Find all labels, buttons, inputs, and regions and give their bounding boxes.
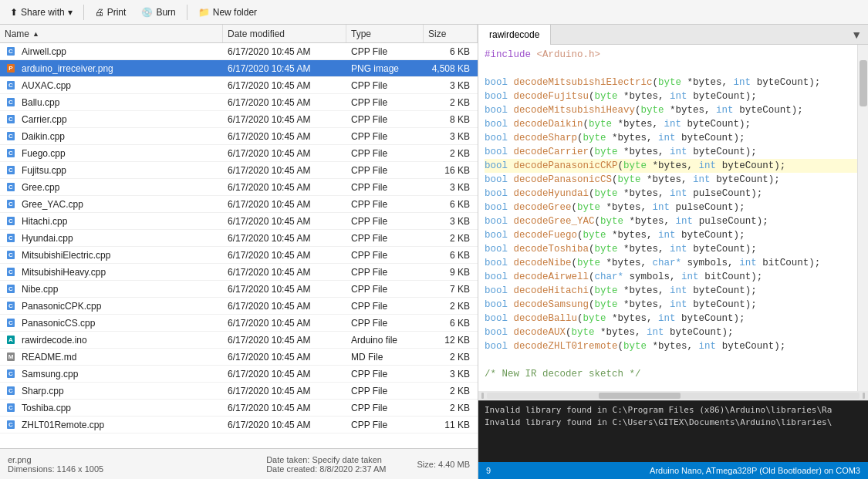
table-row[interactable]: P arduino_irreceiver.png 6/17/2020 10:45… (0, 60, 478, 77)
file-name: AUXAC.cpp (22, 80, 71, 91)
file-list-header: Name ▲ Date modified Type Size (0, 25, 478, 43)
file-type-icon: C (5, 419, 17, 431)
col-name[interactable]: Name ▲ (0, 25, 223, 42)
file-type: CPP File (346, 148, 424, 159)
col-size[interactable]: Size (424, 25, 478, 42)
table-row[interactable]: A rawirdecode.ino 6/17/2020 10:45 AM Ard… (0, 332, 478, 349)
table-row[interactable]: C Carrier.cpp 6/17/2020 10:45 AM CPP Fil… (0, 111, 478, 128)
file-type-icon: C (5, 46, 17, 58)
status-date-created: Date created: 8/8/2020 2:37 AM (266, 464, 386, 474)
file-date: 6/17/2020 10:45 AM (223, 352, 346, 363)
print-icon: 🖨 (95, 7, 104, 18)
print-label: Print (107, 7, 127, 18)
table-row[interactable]: C MitsubishiHeavy.cpp 6/17/2020 10:45 AM… (0, 264, 478, 281)
file-size: 2 KB (424, 233, 478, 244)
file-type-icon: C (5, 232, 17, 245)
new-folder-button[interactable]: 📁 New folder (191, 2, 264, 22)
table-row[interactable]: C Toshiba.cpp 6/17/2020 10:45 AM CPP Fil… (0, 400, 478, 417)
file-type: CPP File (346, 182, 424, 193)
file-type: CPP File (346, 165, 424, 176)
file-type-icon: C (5, 164, 17, 177)
table-row[interactable]: C ZHLT01Remote.cpp 6/17/2020 10:45 AM CP… (0, 417, 478, 433)
share-icon: ⬆ (10, 7, 18, 18)
table-row[interactable]: C Samsung.cpp 6/17/2020 10:45 AM CPP Fil… (0, 366, 478, 383)
file-name: Samsung.cpp (22, 369, 78, 379)
file-name: Nibe.cpp (22, 284, 58, 295)
file-date: 6/17/2020 10:45 AM (223, 199, 346, 210)
file-type: CPP File (346, 97, 424, 108)
file-name: arduino_irreceiver.png (22, 63, 113, 74)
print-button[interactable]: 🖨 Print (88, 2, 133, 22)
table-row[interactable]: C Hyundai.cpp 6/17/2020 10:45 AM CPP Fil… (0, 230, 478, 247)
table-row[interactable]: M README.md 6/17/2020 10:45 AM MD File 2… (0, 349, 478, 366)
file-date: 6/17/2020 10:45 AM (223, 97, 346, 108)
table-row[interactable]: C Gree.cpp 6/17/2020 10:45 AM CPP File 3… (0, 179, 478, 196)
col-date[interactable]: Date modified (223, 25, 346, 42)
code-tab-label: rawirdecode (489, 29, 539, 40)
table-row[interactable]: C Gree_YAC.cpp 6/17/2020 10:45 AM CPP Fi… (0, 196, 478, 213)
table-row[interactable]: C PanasonicCPK.cpp 6/17/2020 10:45 AM CP… (0, 298, 478, 315)
file-name: Carrier.cpp (22, 114, 67, 125)
file-type: PNG image (346, 63, 424, 74)
file-type: CPP File (346, 114, 424, 125)
file-size: 3 KB (424, 80, 478, 91)
code-area[interactable]: #include <Arduino.h> bool decodeMitsubis… (478, 45, 868, 391)
file-list: C Airwell.cpp 6/17/2020 10:45 AM CPP Fil… (0, 43, 478, 448)
file-date: 6/17/2020 10:45 AM (223, 318, 346, 329)
code-scrollbar-v[interactable] (857, 45, 868, 391)
share-with-button[interactable]: ⬆ Share with ▾ (3, 2, 79, 22)
code-scrollbar-h[interactable] (478, 391, 868, 400)
table-row[interactable]: C Hitachi.cpp 6/17/2020 10:45 AM CPP Fil… (0, 213, 478, 230)
file-type-icon: C (5, 181, 17, 194)
file-name: Hitachi.cpp (22, 216, 67, 227)
table-row[interactable]: C Nibe.cpp 6/17/2020 10:45 AM CPP File 7… (0, 281, 478, 298)
file-type: CPP File (346, 369, 424, 379)
file-name: Gree.cpp (22, 182, 59, 193)
file-type-icon: C (5, 147, 17, 160)
scroll-thumb-h[interactable] (599, 393, 681, 399)
file-name: Hyundai.cpp (22, 233, 73, 244)
col-type[interactable]: Type (346, 25, 424, 42)
file-name: PanasonicCPK.cpp (22, 301, 101, 312)
burn-label: Burn (156, 7, 175, 18)
file-date: 6/17/2020 10:45 AM (223, 63, 346, 74)
file-size: 2 KB (424, 352, 478, 363)
table-row[interactable]: C MitsubishiElectric.cpp 6/17/2020 10:45… (0, 247, 478, 264)
code-tab-dropdown[interactable]: ▼ (845, 29, 868, 41)
file-size: 6 KB (424, 318, 478, 329)
table-row[interactable]: C Sharp.cpp 6/17/2020 10:45 AM CPP File … (0, 383, 478, 400)
table-row[interactable]: C AUXAC.cpp 6/17/2020 10:45 AM CPP File … (0, 77, 478, 94)
table-row[interactable]: C PanasonicCS.cpp 6/17/2020 10:45 AM CPP… (0, 315, 478, 332)
file-type: CPP File (346, 403, 424, 413)
toolbar: ⬆ Share with ▾ 🖨 Print 💿 Burn 📁 New fold… (0, 0, 868, 25)
file-date: 6/17/2020 10:45 AM (223, 80, 346, 91)
scroll-thumb-v[interactable] (860, 60, 867, 106)
file-type: CPP File (346, 216, 424, 227)
file-type: CPP File (346, 318, 424, 329)
file-size: 12 KB (424, 335, 478, 346)
table-row[interactable]: C Airwell.cpp 6/17/2020 10:45 AM CPP Fil… (0, 43, 478, 60)
scroll-track-h[interactable] (487, 393, 860, 399)
file-size: 6 KB (424, 250, 478, 261)
table-row[interactable]: C Ballu.cpp 6/17/2020 10:45 AM CPP File … (0, 94, 478, 111)
burn-button[interactable]: 💿 Burn (134, 2, 182, 22)
file-date: 6/17/2020 10:45 AM (223, 182, 346, 193)
file-size: 4,508 KB (424, 63, 478, 74)
scroll-arrow-left (481, 393, 484, 399)
file-name: Fujitsu.cpp (22, 165, 66, 176)
table-row[interactable]: C Fujitsu.cpp 6/17/2020 10:45 AM CPP Fil… (0, 162, 478, 179)
file-size: 3 KB (424, 182, 478, 193)
file-type-icon: C (5, 79, 17, 92)
table-row[interactable]: C Fuego.cpp 6/17/2020 10:45 AM CPP File … (0, 145, 478, 162)
file-name: MitsubishiElectric.cpp (22, 250, 110, 261)
file-name: Toshiba.cpp (22, 403, 71, 413)
file-date: 6/17/2020 10:45 AM (223, 46, 346, 57)
file-type-icon: C (5, 130, 17, 143)
status-bar: er.png Dimensions: 1146 x 1005 Date take… (0, 448, 478, 479)
file-date: 6/17/2020 10:45 AM (223, 165, 346, 176)
file-date: 6/17/2020 10:45 AM (223, 148, 346, 159)
file-date: 6/17/2020 10:45 AM (223, 369, 346, 379)
file-size: 9 KB (424, 267, 478, 278)
table-row[interactable]: C Daikin.cpp 6/17/2020 10:45 AM CPP File… (0, 128, 478, 145)
code-tab-rawirdecode[interactable]: rawirdecode (478, 25, 551, 45)
